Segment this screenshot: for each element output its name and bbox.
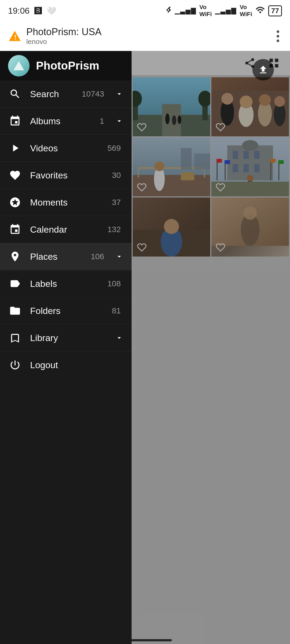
albums-label: Albums [30, 116, 92, 126]
battery: 77 [268, 5, 282, 16]
logout-icon [8, 358, 22, 372]
status-bar: 19:06 🅱 🤍 ▁▃▅▇ VoWiFi ▁▃▅▇ VoWiFi 77 [0, 0, 290, 21]
labels-icon [8, 277, 22, 291]
sidebar: PhotoPrism Search 10743 Album [0, 51, 132, 644]
status-left: 19:06 🅱 🤍 [8, 6, 56, 16]
library-icon [8, 331, 22, 345]
folders-icon [8, 304, 22, 318]
time: 19:06 [8, 6, 30, 16]
app-subtitle: lenovo [26, 38, 102, 46]
places-chevron [115, 252, 124, 261]
labels-count: 108 [107, 279, 121, 288]
wifi-label: VoWiFi [200, 4, 212, 18]
videos-label: Videos [30, 143, 99, 153]
library-label: Library [30, 333, 96, 343]
sidebar-item-labels[interactable]: Labels 108 [0, 270, 132, 297]
sidebar-item-places[interactable]: Places 106 [0, 243, 132, 270]
calendar-icon [8, 222, 22, 236]
search-icon [8, 87, 22, 101]
sidebar-nav: Search 10743 Albums 1 [0, 80, 132, 644]
search-label: Search [30, 89, 74, 99]
sidebar-item-search[interactable]: Search 10743 [0, 80, 132, 107]
albums-count: 1 [100, 116, 104, 126]
logo-triangle [13, 61, 24, 70]
upload-button[interactable] [252, 59, 274, 80]
sidebar-item-moments[interactable]: Moments 37 [0, 189, 132, 216]
videos-icon [8, 141, 22, 155]
search-chevron [115, 90, 124, 98]
health-icon: 🤍 [47, 6, 56, 15]
app-logo [8, 55, 30, 76]
app-bar-left: PhotoPrism: USA lenovo [8, 26, 102, 46]
library-chevron [115, 334, 124, 342]
warning-icon [8, 30, 21, 43]
places-count: 106 [91, 252, 104, 261]
albums-icon [8, 114, 22, 128]
sidebar-item-favorites[interactable]: Favorites 30 [0, 162, 132, 189]
calendar-label: Calendar [30, 224, 99, 235]
labels-label: Labels [30, 279, 99, 289]
favorites-label: Favorites [30, 170, 104, 181]
app-bar-title: PhotoPrism: USA lenovo [26, 26, 102, 46]
moments-label: Moments [30, 197, 104, 208]
favorites-icon [8, 168, 22, 182]
app-title: PhotoPrism: USA [26, 26, 102, 38]
logout-label: Logout [30, 360, 124, 370]
sidebar-overlay[interactable] [132, 51, 290, 644]
moments-icon [8, 195, 22, 209]
calendar-count: 132 [107, 225, 121, 234]
signal-icon-2: ▁▃▅▇ [215, 7, 237, 14]
wifi-icon [255, 6, 265, 16]
folders-label: Folders [30, 306, 104, 316]
albums-chevron [115, 117, 124, 125]
bluetooth-icon [164, 5, 172, 17]
more-options-button[interactable] [274, 28, 282, 45]
app-bar: PhotoPrism: USA lenovo [0, 21, 290, 51]
favorites-count: 30 [112, 171, 121, 180]
sidebar-item-logout[interactable]: Logout [0, 352, 132, 378]
sidebar-item-videos[interactable]: Videos 569 [0, 135, 132, 162]
wifi-label-2: VoWiFi [240, 4, 252, 18]
places-label: Places [30, 251, 83, 262]
signal-icon: ▁▃▅▇ [175, 7, 196, 14]
sidebar-item-calendar[interactable]: Calendar 132 [0, 216, 132, 243]
main-area: PhotoPrism Search 10743 Album [0, 51, 290, 644]
moments-count: 37 [112, 198, 121, 207]
places-icon [8, 250, 22, 264]
notification-icon: 🅱 [34, 6, 42, 15]
search-count: 10743 [82, 89, 104, 98]
sidebar-app-name: PhotoPrism [36, 59, 99, 72]
videos-count: 569 [107, 144, 121, 153]
sidebar-item-folders[interactable]: Folders 81 [0, 297, 132, 324]
folders-count: 81 [112, 306, 121, 315]
sidebar-item-library[interactable]: Library [0, 324, 132, 351]
sidebar-item-albums[interactable]: Albums 1 [0, 108, 132, 134]
status-right: ▁▃▅▇ VoWiFi ▁▃▅▇ VoWiFi 77 [164, 4, 282, 18]
sidebar-header: PhotoPrism [0, 51, 132, 80]
